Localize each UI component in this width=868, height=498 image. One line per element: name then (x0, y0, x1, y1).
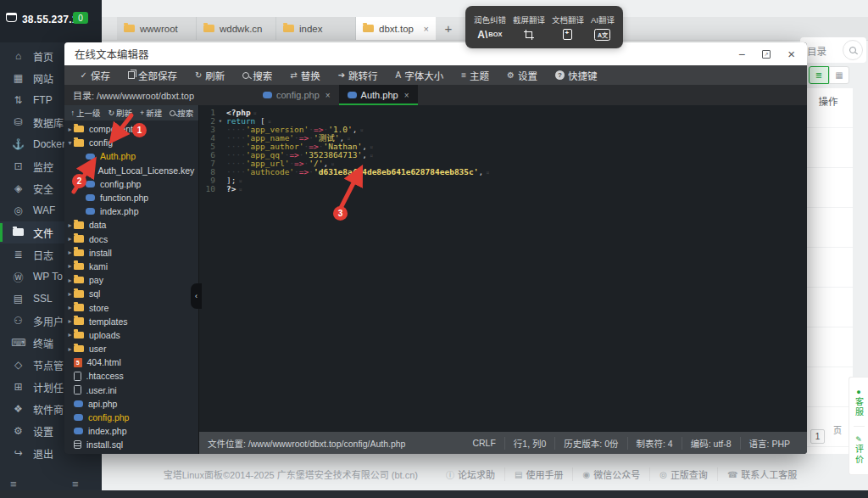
footer-link-support[interactable]: ☎联系人工客服 (717, 467, 806, 481)
tree-item-install.sql[interactable]: install.sql (64, 438, 198, 451)
editor-toolbar-goto-line[interactable]: ➔跳转行 (329, 65, 387, 85)
tree-item-config.php[interactable]: config.php (64, 411, 198, 424)
editor-tab-config.php[interactable]: config.php× (254, 85, 339, 105)
file-tab-label: dbxt.top (379, 24, 414, 34)
maximize-icon[interactable]: ↗ (762, 50, 771, 59)
tree-item-sql[interactable]: ▸sql (64, 287, 198, 300)
php-file-icon (86, 194, 95, 201)
footer-link-forum-help[interactable]: ⓘ论坛求助 (437, 467, 504, 481)
editor-toolbar-search[interactable]: 搜索 (234, 65, 281, 85)
tree-item-.htaccess[interactable]: .htaccess (64, 369, 198, 383)
file-file-icon (86, 165, 93, 175)
editor-toolbar-settings[interactable]: ⚙设置 (498, 65, 547, 85)
actions-column-header: 操作 (804, 94, 853, 108)
chevron-right-icon[interactable]: ▸ (66, 290, 74, 298)
tree-item-uploads[interactable]: ▸uploads (64, 328, 198, 342)
fm-search-button[interactable] (843, 40, 863, 60)
footer-link-manual[interactable]: ▤使用手册 (504, 467, 572, 481)
tree-item-store[interactable]: ▸store (64, 300, 198, 314)
editor-toolbar-refresh[interactable]: ↻刷新 (186, 65, 233, 85)
tree-item-install[interactable]: ▸install (64, 246, 198, 260)
tree-item-templates[interactable]: ▸templates (64, 315, 198, 328)
pagination-page-1[interactable]: 1 (810, 429, 825, 444)
editor-toolbar-theme[interactable]: ≡主题 (453, 65, 498, 85)
tree-item-pay[interactable]: ▸pay (64, 273, 198, 287)
chevron-right-icon[interactable]: ▸ (66, 126, 74, 133)
tree-toolbar-new[interactable]: +新建 (136, 107, 166, 119)
folder-icon (74, 139, 84, 147)
tree-item-.user.ini[interactable]: .user.ini (64, 383, 198, 397)
tree-item-docs[interactable]: ▸docs (64, 232, 198, 246)
tree-item-component[interactable]: ▸component (64, 122, 198, 136)
grid-view-toggle[interactable]: ▦ (829, 66, 849, 84)
chevron-right-icon[interactable]: ▸ (66, 262, 74, 270)
list-icon: ≣ (815, 70, 822, 80)
chevron-down-icon[interactable]: ▾ (66, 139, 74, 147)
chevron-right-icon[interactable]: ▸ (66, 221, 74, 229)
plus-glyph: + (565, 29, 569, 36)
editor-toolbar-replace[interactable]: ⇄替换 (281, 65, 329, 85)
tree-item-index.php[interactable]: index.php (64, 204, 198, 218)
tree-item-404.html[interactable]: 5404.html (64, 355, 198, 369)
tree-item-function.php[interactable]: function.php (64, 191, 198, 204)
editor-tab-Auth.php[interactable]: Auth.php× (339, 85, 418, 105)
wechat-icon: ◉ (582, 470, 590, 479)
translate-tool-document-translate[interactable]: 文档翻译+ (552, 14, 584, 41)
file-tab-dbxt.top[interactable]: dbxt.top× (356, 17, 436, 40)
editor-toolbar-font-size[interactable]: A字体大小 (387, 65, 453, 85)
chevron-right-icon[interactable]: ▸ (66, 249, 74, 256)
close-icon[interactable]: × (326, 91, 331, 100)
fold-caret-icon[interactable]: ▾ (219, 117, 222, 126)
tree-toolbar-search[interactable]: 搜索 (166, 107, 198, 119)
chevron-right-icon[interactable]: ▸ (66, 304, 74, 311)
tree-toolbar-up[interactable]: ↑上一级 (67, 107, 104, 119)
tree-item-kami[interactable]: ▸kami (64, 260, 198, 273)
pencil-icon: ✎ (855, 435, 862, 445)
tree-collapse-handle[interactable]: ‹ (191, 283, 202, 309)
side-button-customer-service[interactable]: ●客服 (853, 388, 865, 417)
editor-title-bar[interactable]: 在线文本编辑器 − ↗ × (64, 42, 807, 65)
tree-item-user[interactable]: ▸user (64, 342, 198, 355)
search-icon (849, 47, 856, 53)
close-icon[interactable]: × (404, 91, 409, 100)
tree-item-data[interactable]: ▸data (64, 218, 198, 232)
chevron-right-icon[interactable]: ▸ (66, 235, 74, 243)
list-view-toggle[interactable]: ≣ (809, 66, 829, 84)
tree-item-label: uploads (89, 330, 120, 340)
code-editor[interactable]: 12▾345678910 <?php¤return [¤····'app_ver… (199, 105, 807, 432)
tree-item-label: .user.ini (86, 385, 117, 395)
status-segment-0: CRLF (464, 438, 504, 448)
new-tab-button[interactable]: + (436, 17, 461, 40)
editor-toolbar-hotkeys[interactable]: ?快捷键 (547, 65, 607, 85)
close-icon[interactable]: × (787, 49, 795, 59)
code-token: ¤ (360, 127, 364, 134)
file-tab-wwwroot[interactable]: wwwroot (117, 17, 197, 40)
chevron-right-icon[interactable]: ▸ (66, 331, 74, 339)
tree-toolbar-refresh[interactable]: ↻刷新 (104, 107, 136, 119)
editor-toolbar-save-all[interactable]: 全部保存 (119, 65, 186, 85)
file-tab-index[interactable]: index (276, 17, 356, 40)
tree-item-config[interactable]: ▾config (64, 136, 198, 149)
tree-item-label: index.php (100, 206, 139, 216)
chevron-right-icon[interactable]: ▸ (66, 277, 74, 284)
collapse-menu-icon[interactable]: ≡ (10, 478, 17, 490)
tree-item-Auth_Local_License.key[interactable]: Auth_Local_License.key (64, 164, 198, 177)
translate-tool-ai-translate[interactable]: AI翻译A文 (591, 14, 615, 41)
footer-link-wechat[interactable]: ◉微信公众号 (572, 467, 649, 481)
editor-toolbar-save[interactable]: ✓保存 (71, 65, 119, 85)
side-button-feedback[interactable]: ✎评价 (853, 435, 865, 465)
minimize-icon[interactable]: − (738, 50, 745, 59)
chevron-right-icon[interactable]: ▸ (66, 317, 74, 325)
close-icon[interactable]: × (424, 24, 429, 34)
translate-tool-polish[interactable]: 润色纠错A\BOX (474, 14, 506, 41)
status-segment-4: 编码: utf-8 (682, 437, 740, 450)
tree-item-Auth.php[interactable]: Auth.php (64, 149, 198, 163)
message-count-badge[interactable]: 0 (73, 12, 88, 24)
tree-item-index.php[interactable]: index.php (64, 424, 198, 438)
tree-item-api.php[interactable]: api.php (64, 397, 198, 411)
menu-icon[interactable]: ≡ (72, 478, 79, 490)
chevron-right-icon[interactable]: ▸ (66, 345, 74, 353)
footer-link-license-check[interactable]: ◎正版查询 (649, 467, 717, 481)
translate-tool-screenshot-translate[interactable]: 截屏翻译 (513, 14, 545, 41)
file-tab-wddwk.cn[interactable]: wddwk.cn (197, 17, 276, 40)
